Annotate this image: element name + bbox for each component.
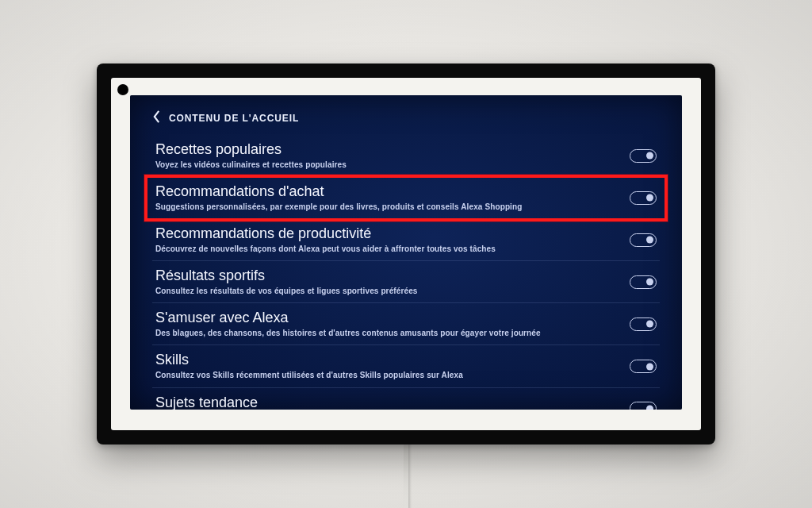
row-samuser-avec-alexa[interactable]: S'amuser avec AlexaDes blagues, des chan… [152,303,660,345]
toggle-switch[interactable] [630,233,657,247]
row-title: Résultats sportifs [155,267,611,285]
row-subtitle: Suggestions personnalisées, par exemple … [155,202,611,213]
row-text: SkillsConsultez vos Skills récemment uti… [155,352,630,380]
row-title: Recommandations de productivité [155,225,611,243]
row-recommandations-productivite[interactable]: Recommandations de productivitéDécouvrez… [152,219,660,261]
row-subtitle: Voyez les vidéos culinaires et recettes … [155,160,611,171]
row-sujets-tendance[interactable]: Sujets tendanceHistoires intéressantes d… [152,388,660,410]
row-recommandations-achat[interactable]: Recommandations d'achatSuggestions perso… [152,177,660,219]
row-subtitle: Consultez vos Skills récemment utilisées… [155,371,611,381]
back-icon[interactable] [152,110,161,127]
row-subtitle: Des blagues, des chansons, des histoires… [155,329,611,339]
row-recettes-populaires[interactable]: Recettes populairesVoyez les vidéos culi… [152,135,660,177]
row-text: S'amuser avec AlexaDes blagues, des chan… [155,310,630,338]
row-title: Recommandations d'achat [155,183,611,201]
row-subtitle: Découvrez de nouvelles façons dont Alexa… [155,244,611,255]
row-subtitle: Consultez les résultats de vos équipes e… [155,287,611,297]
header-title: CONTENU DE L'ACCUEIL [169,113,299,124]
row-text: Résultats sportifsConsultez les résultat… [155,267,630,296]
row-title: S'amuser avec Alexa [155,310,611,327]
device-screen[interactable]: CONTENU DE L'ACCUEIL Recettes populaires… [130,95,682,410]
row-resultats-sportifs[interactable]: Résultats sportifsConsultez les résultat… [152,261,660,303]
toggle-switch[interactable] [630,275,657,289]
toggle-switch[interactable] [630,318,657,331]
row-text: Recettes populairesVoyez les vidéos culi… [155,141,630,170]
toggle-switch[interactable] [630,402,657,410]
device-bezel: CONTENU DE L'ACCUEIL Recettes populaires… [111,78,701,430]
echo-show-device: CONTENU DE L'ACCUEIL Recettes populaires… [97,64,715,444]
row-text: Recommandations de productivitéDécouvrez… [155,225,630,254]
row-title: Recettes populaires [155,141,611,159]
row-text: Recommandations d'achatSuggestions perso… [155,183,630,212]
toggle-switch[interactable] [630,360,657,373]
settings-header[interactable]: CONTENU DE L'ACCUEIL [152,106,660,135]
row-skills[interactable]: SkillsConsultez vos Skills récemment uti… [152,345,660,387]
row-text: Sujets tendanceHistoires intéressantes d… [155,394,630,410]
toggle-switch[interactable] [630,191,657,205]
settings-list: Recettes populairesVoyez les vidéos culi… [152,135,660,410]
row-title: Skills [155,352,611,369]
row-title: Sujets tendance [155,394,611,410]
toggle-switch[interactable] [630,149,657,163]
